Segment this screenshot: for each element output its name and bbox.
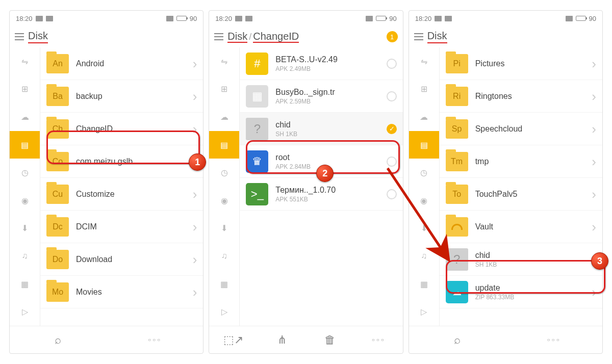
- file-meta: SH 1KB: [275, 131, 379, 138]
- callout-3: 3: [591, 252, 608, 270]
- file-row[interactable]: ? chid SH 1KB: [240, 113, 402, 145]
- app-icon: >_: [246, 183, 268, 205]
- share-button[interactable]: ⋔: [272, 333, 292, 347]
- file-meta: APK 2.49MB: [275, 65, 379, 72]
- side-network[interactable]: ⊞: [209, 75, 239, 103]
- callout-1: 1: [189, 153, 206, 171]
- side-downloads[interactable]: ⬇: [209, 215, 239, 243]
- side-storage[interactable]: ▤: [209, 131, 239, 159]
- menu-icon[interactable]: [15, 33, 24, 40]
- side-network[interactable]: ⊞: [10, 75, 40, 103]
- side-downloads[interactable]: ⬇: [409, 215, 439, 243]
- app-icon: ▦: [246, 85, 268, 108]
- chevron-icon: ›: [193, 90, 197, 103]
- chevron-icon: ›: [592, 188, 596, 201]
- folder-row[interactable]: Do Download ›: [40, 243, 203, 276]
- category-sidebar: ⇋ ⊞ ☁ ▤ ◷ ◉ ⬇ ♫ ▦ ▷: [409, 47, 440, 326]
- side-recent[interactable]: ◷: [10, 159, 40, 187]
- folder-row[interactable]: Vault ›: [440, 211, 602, 243]
- side-camera[interactable]: ◉: [209, 187, 239, 215]
- side-camera[interactable]: ◉: [10, 187, 40, 215]
- side-storage[interactable]: ▤: [10, 131, 40, 159]
- side-cloud[interactable]: ☁: [10, 103, 40, 131]
- more-button[interactable]: ○○○: [544, 337, 564, 343]
- folder-row[interactable]: Pi Pictures ›: [440, 47, 602, 80]
- file-row[interactable]: ? chid SH 1KB ›: [440, 243, 602, 276]
- folder-icon: Sp: [446, 119, 468, 139]
- side-video[interactable]: ▷: [409, 298, 439, 326]
- folder-row[interactable]: Mo Movies ›: [40, 276, 203, 308]
- folder-row[interactable]: Co com.meizu.gslb ›: [40, 145, 203, 178]
- side-cloud[interactable]: ☁: [409, 103, 439, 131]
- folder-row[interactable]: Sp Speechcloud ›: [440, 113, 602, 145]
- folder-row[interactable]: To TouchPalv5 ›: [440, 178, 602, 211]
- side-music[interactable]: ♫: [10, 242, 40, 270]
- chevron-icon: ›: [193, 122, 197, 136]
- chevron-icon: ›: [592, 155, 596, 168]
- file-row[interactable]: # BETA-S..U-v2.49 APK 2.49MB: [240, 47, 402, 80]
- delete-button[interactable]: 🗑: [320, 333, 340, 347]
- breadcrumb-disk[interactable]: Disk: [28, 30, 48, 43]
- side-recent[interactable]: ◷: [209, 159, 239, 187]
- search-button[interactable]: ⌕: [48, 333, 68, 347]
- side-images[interactable]: ▦: [10, 270, 40, 298]
- file-row[interactable]: ☁ update ZIP 863.33MB ›: [440, 276, 602, 308]
- menu-icon[interactable]: [214, 33, 223, 40]
- side-cloud[interactable]: ☁: [209, 103, 239, 131]
- menu-icon[interactable]: [414, 33, 423, 40]
- breadcrumb-disk[interactable]: Disk: [227, 31, 247, 43]
- chevron-icon: ›: [193, 57, 197, 70]
- move-button[interactable]: ⬚↗: [223, 333, 244, 347]
- side-images[interactable]: ▦: [209, 270, 239, 298]
- app-icon: ♛: [246, 150, 268, 173]
- side-video[interactable]: ▷: [10, 298, 40, 326]
- select-radio[interactable]: [387, 124, 397, 134]
- side-camera[interactable]: ◉: [409, 187, 439, 215]
- select-radio[interactable]: [387, 91, 397, 101]
- folder-row[interactable]: Ch ChangeID ›: [40, 113, 203, 145]
- chevron-icon: ›: [193, 188, 197, 201]
- breadcrumb-disk[interactable]: Disk: [427, 30, 447, 43]
- side-music[interactable]: ♫: [409, 242, 439, 270]
- more-button[interactable]: ○○○: [144, 337, 165, 343]
- file-list: Pi Pictures › Ri Ringtones › Sp Speechcl…: [440, 47, 602, 326]
- select-radio[interactable]: [387, 157, 397, 167]
- file-name: Термин.._1.0.70: [275, 186, 379, 195]
- folder-icon: Pi: [446, 54, 468, 73]
- select-radio[interactable]: [387, 59, 397, 69]
- file-row[interactable]: >_ Термин.._1.0.70 APK 551KB: [240, 178, 402, 211]
- folder-icon: Ba: [46, 87, 69, 106]
- side-recent[interactable]: ◷: [409, 159, 439, 187]
- folder-row[interactable]: Ba backup ›: [40, 80, 203, 113]
- folder-row[interactable]: Dc DCIM ›: [40, 211, 203, 243]
- side-downloads[interactable]: ⬇: [10, 215, 40, 243]
- folder-icon: Ch: [46, 119, 69, 139]
- folder-row[interactable]: Cu Customize ›: [40, 178, 203, 211]
- search-button[interactable]: ⌕: [447, 333, 467, 347]
- side-images[interactable]: ▦: [409, 270, 439, 298]
- folder-icon: Mo: [46, 282, 69, 302]
- chevron-icon: ›: [592, 90, 596, 103]
- status-icon: [245, 16, 252, 21]
- side-network[interactable]: ⊞: [409, 75, 439, 103]
- side-video[interactable]: ▷: [209, 298, 239, 326]
- side-usb[interactable]: ⇋: [409, 47, 439, 75]
- side-storage[interactable]: ▤: [409, 131, 439, 159]
- folder-icon: Do: [46, 250, 69, 269]
- side-music[interactable]: ♫: [209, 242, 239, 270]
- folder-row[interactable]: Ri Ringtones ›: [440, 80, 602, 113]
- screen-disk-after-copy: 18:20 90 Disk ⇋ ⊞ ☁ ▤ ◷ ◉ ⬇ ♫ ▦ ▷ Pi Pic…: [409, 10, 603, 354]
- status-icon: [36, 16, 43, 21]
- side-usb[interactable]: ⇋: [209, 47, 239, 75]
- file-row[interactable]: ▦ BusyBo.._sign.tr APK 2.59MB: [240, 80, 402, 113]
- folder-name: Android: [76, 59, 186, 68]
- side-usb[interactable]: ⇋: [10, 47, 40, 75]
- folder-row[interactable]: An Android ›: [40, 47, 203, 80]
- breadcrumb-changeid[interactable]: ChangeID: [253, 31, 299, 43]
- battery-icon: [376, 16, 386, 21]
- select-radio[interactable]: [387, 189, 397, 199]
- more-button[interactable]: ○○○: [368, 337, 389, 343]
- folder-row[interactable]: Tm tmp ›: [440, 145, 602, 178]
- bottom-toolbar: ⬚↗ ⋔ 🗑 ○○○: [209, 326, 402, 353]
- zip-icon: ☁: [446, 281, 468, 303]
